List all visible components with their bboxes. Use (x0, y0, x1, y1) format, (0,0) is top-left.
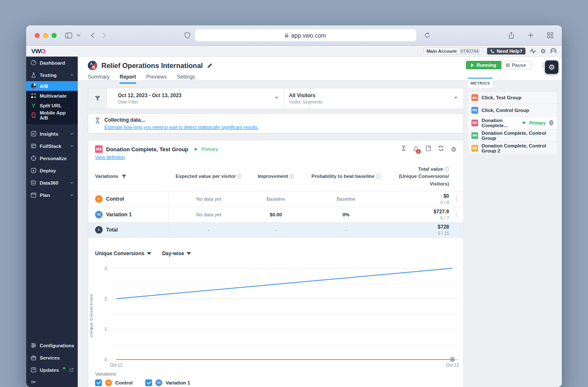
tab-grid-button[interactable] (547, 32, 553, 38)
insights-icon (30, 131, 36, 137)
privacy-shield-icon[interactable] (184, 32, 191, 39)
minimize-window-button[interactable] (43, 33, 48, 38)
mobile-phone-icon (30, 112, 36, 118)
account-selector[interactable]: Main Account #740744 (424, 48, 483, 55)
sidebar-item-configurations[interactable]: Configurations (26, 339, 78, 352)
address-bar[interactable]: app.vwo.com (195, 29, 416, 41)
info-icon[interactable]: i (376, 174, 381, 179)
dropdown-caret-icon (275, 97, 278, 99)
metric-item-m4[interactable]: M4 Donation Complete, Control Group (468, 129, 557, 142)
svg-text:Oct 12: Oct 12 (110, 363, 122, 368)
row-kebab-menu[interactable]: ⋮ (449, 196, 464, 202)
hourglass-icon (95, 117, 100, 133)
new-tab-button[interactable] (528, 33, 534, 38)
info-icon[interactable]: i (289, 174, 294, 179)
updates-icon (30, 367, 36, 373)
svg-text:Oct 13: Oct 13 (446, 363, 459, 368)
primary-star-icon: ★ (522, 120, 526, 125)
sidebar-item-updates[interactable]: Updates (26, 364, 78, 376)
vwo-logo[interactable]: VWO (31, 47, 45, 55)
primary-star-icon: ★ (193, 146, 198, 152)
sidebar-item-personalize[interactable]: Personalize (26, 152, 78, 164)
sidebar-item-fullstack[interactable]: FullStack (26, 140, 78, 152)
filter-funnel-button[interactable] (88, 88, 107, 109)
duration-hourglass-icon[interactable] (401, 145, 406, 153)
metric-item-m5[interactable]: M5 Donation Complete, Control Group 2 (468, 142, 557, 155)
briefcase-icon (30, 355, 36, 361)
estimate-link[interactable]: Estimate how long you need to wait to de… (104, 125, 259, 130)
sidebar-item-data360[interactable]: Data360 (26, 177, 78, 189)
tab-settings[interactable]: Settings (177, 74, 195, 84)
metric-type-dropdown[interactable]: Unique Conversions (95, 251, 151, 256)
svg-text:2: 2 (104, 296, 107, 301)
pause-button[interactable]: Pause (501, 61, 532, 69)
date-filter-dropdown[interactable]: Oct 12, 2023 - Oct 13, 2023 Date Filter (107, 88, 285, 109)
sidebar-item-deploy[interactable]: Deploy (26, 164, 78, 177)
segment-value: All Visitors (289, 93, 463, 98)
sidebar-item-plan[interactable]: Plan (26, 189, 78, 201)
tab-overview-chevron-icon[interactable] (76, 34, 81, 37)
info-icon[interactable]: i (237, 174, 242, 179)
sidebar-item-insights[interactable]: Insights (26, 128, 78, 140)
sidebar-item-split-url[interactable]: Split URL (26, 101, 78, 110)
sidebar-toggle-icon[interactable] (65, 33, 72, 38)
granularity-dropdown[interactable]: Day-wise (162, 251, 191, 256)
info-icon[interactable]: i (444, 167, 449, 172)
metric-settings-gear-icon[interactable]: ⚙ (451, 146, 457, 153)
chevron-down-icon (70, 145, 74, 147)
reload-button[interactable] (424, 32, 430, 38)
tab-report[interactable]: Report (120, 74, 136, 84)
legend-item-control: C Control (95, 379, 133, 386)
account-label: Main Account (426, 49, 457, 54)
metrics-tab[interactable]: METRICS (468, 78, 493, 88)
conversions-line-chart[interactable]: 0123Oct 12Oct 13Unique Conversions (88, 261, 463, 370)
notes-icon[interactable] (426, 145, 431, 153)
metric-item-m2[interactable]: M2 Click, Control Group (468, 104, 557, 117)
sidebar-item-ab[interactable]: A/B (26, 81, 78, 91)
forward-button[interactable] (102, 33, 106, 38)
activity-pulse-icon[interactable] (530, 49, 536, 54)
updates-notification-dot (63, 367, 65, 369)
sidebar-item-multivariate[interactable]: Multivariate (26, 91, 78, 101)
traffic-lights (35, 33, 57, 38)
edit-title-icon[interactable] (207, 63, 212, 68)
tab-summary[interactable]: Summary (88, 74, 109, 84)
sidebar-item-dashboard[interactable]: Dashboard (26, 57, 78, 69)
running-status-button[interactable]: Running (466, 61, 501, 69)
need-help-button[interactable]: Need Help? (487, 48, 526, 55)
control-checkbox[interactable] (95, 379, 102, 386)
user-avatar[interactable] (550, 48, 557, 55)
sidebar-item-mobile-app-ab[interactable]: Mobile App A/B (26, 110, 78, 120)
multivariate-icon (30, 93, 36, 99)
sidebar-item-services[interactable]: Services (26, 352, 78, 364)
phone-icon (490, 49, 495, 53)
zoom-window-button[interactable] (52, 33, 57, 38)
view-definition-link[interactable]: View definition (95, 155, 125, 160)
table-row-control[interactable]: C Control No data yet Baseline Baseline … (88, 191, 463, 207)
collapse-sidebar-button[interactable] (26, 376, 78, 387)
metric-info-icon[interactable]: i (549, 120, 553, 125)
tab-previews[interactable]: Previews (146, 74, 167, 84)
vwo-extension-widget[interactable]: ⚙ (545, 60, 558, 74)
sidebar-item-testing[interactable]: Testing (26, 69, 78, 81)
variations-filter-icon[interactable] (122, 174, 126, 179)
metric-item-m3[interactable]: M3 Donation Complete... ★ Primary i (468, 117, 557, 129)
database-icon (30, 180, 36, 186)
row-kebab-menu[interactable]: ⋮ (449, 212, 464, 218)
svg-text:1: 1 (104, 327, 107, 331)
variation-1-checkbox[interactable] (145, 379, 152, 386)
metric-item-m1[interactable]: M1 Click, Test Group (468, 91, 557, 104)
refresh-icon[interactable] (438, 145, 444, 153)
visitor-segments-dropdown[interactable]: All Visitors Visitor Segments (285, 88, 463, 109)
filter-bar: Oct 12, 2023 - Oct 13, 2023 Date Filter … (88, 88, 464, 109)
alerts-bell-icon[interactable]: 2 (413, 146, 419, 152)
settings-gear-icon[interactable]: ⚙ (540, 48, 546, 54)
browser-window: app.vwo.com VWO Main Account #740744 Nee… (26, 25, 562, 387)
date-filter-label: Date Filter (118, 99, 284, 104)
table-row-variation-1[interactable]: V1 Variation 1 No data yet $0.00 0% $727… (88, 207, 463, 222)
share-button[interactable] (508, 32, 514, 39)
back-button[interactable] (91, 33, 95, 38)
dropdown-caret-icon (454, 97, 457, 99)
close-window-button[interactable] (35, 33, 40, 38)
ab-test-type-badge: A B (88, 61, 97, 70)
